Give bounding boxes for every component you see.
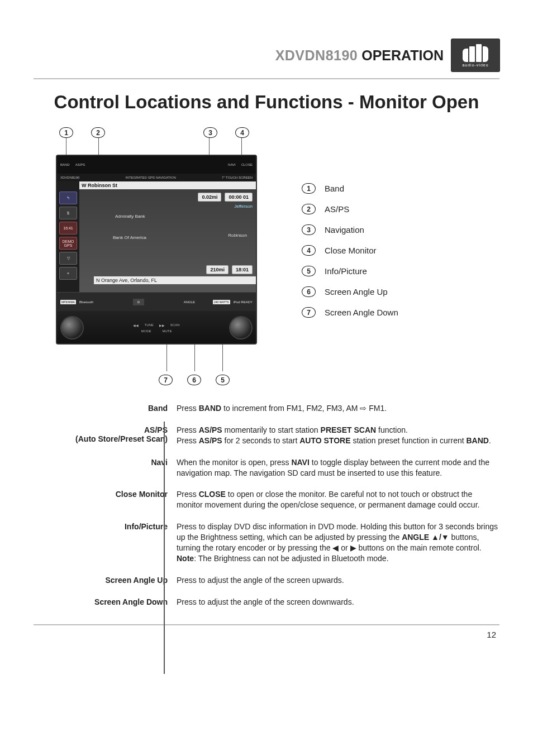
logo-icon	[463, 44, 488, 62]
nav-street-top: W Robinson St	[79, 181, 256, 189]
description-label: Band	[47, 403, 168, 414]
nav-total-dist-pill: 210mi	[206, 265, 229, 274]
nav-compass-icon: ▽	[59, 252, 77, 265]
legend-label: Screen Angle Up	[325, 287, 388, 296]
model-code: XDVDN8190	[275, 47, 358, 63]
description-text: Press CLOSE to open or close the monitor…	[177, 489, 499, 510]
legend-number: 1	[302, 183, 316, 194]
rotary-knob-right-icon	[230, 317, 251, 338]
description-row: Navi When the monitor is open, press NAV…	[47, 457, 499, 479]
device-band-button: BAND	[60, 163, 70, 166]
device-asps-button: AS/PS	[75, 163, 85, 166]
callout-bubble: 2	[91, 127, 105, 138]
description-label: Screen Angle Down	[47, 597, 168, 607]
device-navi-button: NAVI	[228, 163, 236, 166]
callout-bubble: 7	[159, 375, 173, 385]
modelbar-center: INTEGRATED GPS NAVIGATION	[79, 176, 222, 179]
legend-number: 5	[302, 266, 316, 276]
legend-number: 6	[302, 286, 316, 297]
mini-logo-icon: D	[133, 299, 144, 305]
description-label: Screen Angle Up	[47, 575, 168, 586]
feat-watts-badge: 240 WATTS	[213, 300, 230, 304]
description-row: Close Monitor Press CLOSE to open or clo…	[47, 489, 499, 510]
map-poi: Bank Of America	[113, 235, 146, 240]
nav-map: Admiralty Bank Bank Of America Robinson	[79, 189, 256, 276]
device-close-button: CLOSE	[241, 163, 253, 166]
legend-row: 6 Screen Angle Up	[302, 286, 398, 297]
description-row: Screen Angle Down Press to adjust the an…	[47, 597, 499, 607]
page: XDVDN8190 OPERATION audio-video Control …	[0, 0, 533, 756]
device-model-bar: XDVDN8190 INTEGRATED GPS NAVIGATION 7" T…	[57, 174, 256, 181]
device-top-buttons: BAND AS/PS NAVI CLOSE	[57, 156, 256, 174]
rotary-knob-left-icon	[61, 317, 83, 338]
legend-number: 2	[302, 204, 316, 214]
callouts-bottom: 7 6 5	[159, 375, 268, 385]
description-row: AS/PS (Auto Store/Preset Scan) Press AS/…	[47, 425, 499, 446]
device-base-panel: ◀◀TUNE▶▶ SCAN MODE MUTE	[57, 311, 256, 344]
leader-lines-bottom	[84, 344, 268, 372]
description-label: Info/Picture	[47, 521, 168, 564]
device-screen: W Robinson St ↰ $ 16:41 DEMOGPS ▽ » 0.02…	[57, 181, 256, 292]
page-header: XDVDN8190 OPERATION audio-video	[34, 39, 499, 71]
description-label: AS/PS (Auto Store/Preset Scan)	[47, 425, 168, 446]
description-text: Press to adjust the angle of the screen …	[177, 575, 499, 586]
legend-row: 3 Navigation	[302, 224, 398, 235]
legend-label: Band	[325, 184, 344, 193]
feat-mp3-badge: MP3/WMA	[60, 300, 76, 304]
diagram-section: 1 2 3 4 BAND AS/PS	[34, 127, 499, 385]
legend-row: 5 Info/Picture	[302, 266, 398, 276]
device-diagram: 1 2 3 4 BAND AS/PS	[56, 127, 268, 385]
modelbar-left: XDVDN8190	[60, 176, 79, 179]
header-rule	[34, 78, 499, 79]
nav-more-icon: »	[59, 267, 77, 280]
nav-time-icon: 16:41	[59, 222, 77, 235]
description-text: Press to display DVD disc information in…	[177, 521, 499, 564]
description-text: Press to adjust the angle of the screen …	[177, 597, 499, 607]
description-row: Band Press BAND to increment from FM1, F…	[47, 403, 499, 414]
feat-bluetooth: Bluetooth	[79, 300, 93, 304]
map-poi: Robinson	[228, 233, 247, 238]
description-table: Band Press BAND to increment from FM1, F…	[34, 403, 499, 607]
tune-row: ◀◀TUNE▶▶ SCAN	[133, 323, 179, 327]
feat-ipod: iPod READY	[234, 300, 253, 304]
callout-bubble: 6	[187, 375, 201, 385]
legend-row: 7 Screen Angle Down	[302, 307, 398, 318]
legend-row: 1 Band	[302, 183, 398, 194]
callout-bubble: 1	[59, 127, 73, 138]
map-poi: Admiralty Bank	[115, 214, 145, 219]
callout-bubble: 3	[203, 127, 217, 138]
legend-label: Navigation	[325, 225, 364, 235]
brand-logo: audio-video	[451, 39, 499, 71]
leader-lines-top	[56, 138, 268, 155]
description-label: Navi	[47, 457, 168, 479]
description-label: Close Monitor	[47, 489, 168, 510]
description-row: Screen Angle Up Press to adjust the angl…	[47, 575, 499, 586]
nav-eta-pill: 18:01	[232, 265, 253, 274]
description-text: When the monitor is open, press NAVI to …	[177, 457, 499, 479]
callout-legend: 1 Band 2 AS/PS 3 Navigation 4 Close Moni…	[302, 183, 398, 318]
legend-number: 3	[302, 224, 316, 235]
logo-subtext: audio-video	[462, 63, 488, 67]
legend-number: 7	[302, 307, 316, 318]
nav-info-bottom: 210mi 18:01	[206, 265, 253, 274]
func-row: MODE MUTE	[141, 329, 172, 333]
header-text: XDVDN8190 OPERATION	[275, 47, 444, 64]
legend-label: Info/Picture	[325, 266, 367, 276]
feat-angle-label: ANGLE	[184, 300, 195, 304]
page-title: Control Locations and Functions - Monito…	[34, 92, 499, 113]
nav-street-bottom: N Orange Ave, Orlando, FL	[94, 276, 256, 284]
legend-row: 4 Close Monitor	[302, 245, 398, 256]
callout-bubble: 4	[235, 127, 249, 138]
description-text: Press BAND to increment from FM1, FM2, F…	[177, 403, 499, 414]
nav-turn-icon: ↰	[59, 192, 77, 204]
nav-sidebar: ↰ $ 16:41 DEMOGPS ▽ »	[57, 181, 79, 292]
description-divider	[164, 422, 165, 674]
modelbar-right: 7" TOUCH SCREEN	[222, 176, 253, 179]
legend-label: Close Monitor	[325, 246, 377, 255]
legend-number: 4	[302, 245, 316, 256]
legend-label: Screen Angle Down	[325, 308, 398, 317]
footer-rule	[34, 624, 499, 625]
device-illustration: BAND AS/PS NAVI CLOSE XDVDN8190 INTEGRAT…	[56, 155, 257, 344]
nav-demo-icon: DEMOGPS	[59, 237, 77, 250]
legend-label: AS/PS	[325, 204, 349, 214]
